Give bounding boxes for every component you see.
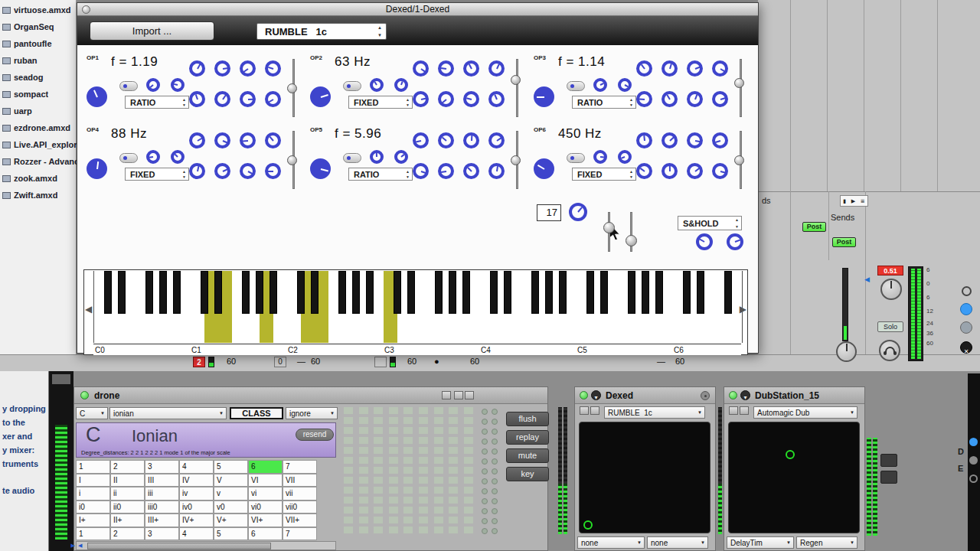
black-key[interactable] xyxy=(366,271,374,314)
scale-degree-cell[interactable]: VI xyxy=(248,474,283,487)
op-output-knob[interactable] xyxy=(310,158,331,179)
scale-degree-cell[interactable]: 4 xyxy=(179,460,214,474)
matrix-cell[interactable] xyxy=(359,427,368,434)
radio-dot[interactable] xyxy=(482,478,488,484)
op-env-knob[interactable] xyxy=(240,132,256,148)
matrix-cell[interactable] xyxy=(449,437,458,444)
scale-degree-cell[interactable]: VII xyxy=(283,474,317,487)
radio-dot[interactable] xyxy=(492,488,498,494)
matrix-cell[interactable] xyxy=(359,447,368,454)
scale-degree-cell[interactable]: 1 xyxy=(76,527,110,541)
op-env-knob[interactable] xyxy=(189,91,205,107)
op-env-knob[interactable] xyxy=(265,132,281,148)
op-env-knob[interactable] xyxy=(488,163,505,179)
op-mode-combo[interactable]: RATIO xyxy=(125,96,189,109)
matrix-cell[interactable] xyxy=(403,517,413,523)
matrix-cell[interactable] xyxy=(344,527,353,533)
mini-num[interactable]: 60 xyxy=(675,357,684,366)
radio-dot[interactable] xyxy=(492,528,498,534)
sidebar-item[interactable]: ezdrone.amxd xyxy=(0,119,77,136)
radio-dot[interactable] xyxy=(482,518,488,524)
matrix-cell[interactable] xyxy=(389,457,398,464)
edge-icon[interactable] xyxy=(969,438,978,446)
keyboard-scroll-left-icon[interactable]: ◀ xyxy=(85,304,92,315)
matrix-cell[interactable] xyxy=(434,467,443,474)
op-env-knob[interactable] xyxy=(488,91,505,107)
matrix-cell[interactable] xyxy=(464,447,473,454)
op-env-knob[interactable] xyxy=(687,132,703,148)
matrix-cell[interactable] xyxy=(359,527,368,533)
matrix-cell[interactable] xyxy=(374,497,383,504)
matrix-cell[interactable] xyxy=(374,517,383,523)
op-output-knob[interactable] xyxy=(87,158,107,179)
radio-dot[interactable] xyxy=(492,429,498,435)
scale-degree-cell[interactable]: iv0 xyxy=(179,500,214,514)
matrix-cell[interactable] xyxy=(434,497,443,504)
scale-degree-cell[interactable]: i0 xyxy=(76,500,110,514)
op-env-knob[interactable] xyxy=(463,60,479,77)
op-env-knob[interactable] xyxy=(438,132,454,148)
matrix-cell[interactable] xyxy=(464,497,473,504)
op-env-knob[interactable] xyxy=(413,60,429,77)
matrix-cell[interactable] xyxy=(359,457,368,464)
op-env-knob[interactable] xyxy=(463,163,479,179)
preview-icon[interactable] xyxy=(580,406,589,415)
matrix-cell[interactable] xyxy=(359,437,368,444)
matrix-cell[interactable] xyxy=(449,457,458,464)
matrix-cell[interactable] xyxy=(464,467,473,474)
lfo-speed-field[interactable]: 17 xyxy=(537,204,561,221)
op-env-knob[interactable] xyxy=(265,60,281,77)
matrix-cell[interactable] xyxy=(403,427,413,434)
op-env-knob[interactable] xyxy=(662,60,678,77)
black-key[interactable] xyxy=(697,271,704,314)
black-key[interactable] xyxy=(449,271,456,314)
resend-button[interactable]: resend xyxy=(296,429,334,441)
lfo-slider-handle[interactable] xyxy=(603,222,615,233)
matrix-cell[interactable] xyxy=(434,417,443,424)
op-env-knob[interactable] xyxy=(463,132,479,148)
matrix-cell[interactable] xyxy=(449,487,458,494)
matrix-cell[interactable] xyxy=(403,507,413,514)
post-button[interactable]: Post xyxy=(832,237,856,247)
op-slider-handle[interactable] xyxy=(511,75,521,85)
op-env-knob[interactable] xyxy=(214,60,230,77)
matrix-cell[interactable] xyxy=(419,427,428,434)
sidebar-item[interactable]: pantoufle xyxy=(0,35,77,52)
op-env-knob[interactable] xyxy=(488,132,505,148)
sidebar-item[interactable]: zook.amxd xyxy=(0,170,77,187)
black-key[interactable] xyxy=(159,271,167,314)
matrix-cell[interactable] xyxy=(344,497,353,504)
op-env-knob[interactable] xyxy=(413,132,429,148)
pan-knob[interactable] xyxy=(836,341,857,362)
radio-dot[interactable] xyxy=(482,458,488,465)
op-env-knob[interactable] xyxy=(712,163,728,179)
op-slider-handle[interactable] xyxy=(287,155,297,165)
matrix-cell[interactable] xyxy=(434,437,443,444)
xy-pad[interactable] xyxy=(728,422,860,533)
black-key[interactable] xyxy=(394,271,401,314)
op-slider-handle[interactable] xyxy=(287,83,297,93)
matrix-cell[interactable] xyxy=(403,417,413,424)
matrix-cell[interactable] xyxy=(359,497,368,504)
drone-button-mute[interactable]: mute xyxy=(506,448,549,463)
matrix-cell[interactable] xyxy=(449,517,458,523)
radio-dot[interactable] xyxy=(482,419,488,425)
black-key[interactable] xyxy=(642,271,649,314)
preview-icon[interactable] xyxy=(729,406,738,415)
scale-degree-cell[interactable]: iii0 xyxy=(145,500,179,514)
lfo-speed-knob[interactable] xyxy=(569,203,587,221)
scale-degree-cell[interactable]: VII+ xyxy=(283,514,317,527)
scale-degree-cell[interactable]: IV xyxy=(179,474,214,487)
sidebar-item[interactable]: seadog xyxy=(0,69,77,86)
radio-dot[interactable] xyxy=(492,468,498,474)
op-small-knob[interactable] xyxy=(618,150,632,164)
matrix-cell[interactable] xyxy=(449,527,458,533)
op-env-knob[interactable] xyxy=(687,163,703,179)
matrix-cell[interactable] xyxy=(374,527,383,533)
peak-value[interactable]: 0.51 xyxy=(877,266,903,276)
preset-combo[interactable]: RUMBLE 1c xyxy=(604,406,705,419)
matrix-cell[interactable] xyxy=(374,467,383,474)
black-key[interactable] xyxy=(628,271,635,314)
drone-button-key[interactable]: key xyxy=(506,467,549,481)
matrix-cell[interactable] xyxy=(344,507,353,514)
